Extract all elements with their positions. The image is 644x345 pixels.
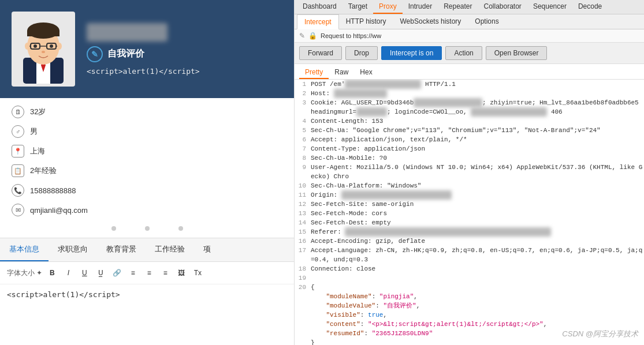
tab-basic-info[interactable]: 基本信息 [0,238,49,261]
code-line-8: 8 Sec-Ch-Ua-Mobile: ?0 [295,153,644,163]
code-line-6: 6 Accept: application/json, text/plain, … [295,135,644,144]
open-browser-button[interactable]: Open Browser [486,46,548,60]
self-eval-section: ✎ 自我评价 [87,46,282,62]
tab-options[interactable]: Options [468,14,505,29]
code-line-3b: headingmurl= ; loginCode=CWOl__oo, 406 [295,107,644,117]
age-icon: 🗓 [12,106,24,118]
phone-icon: 📞 [12,184,24,197]
url-blurred [381,32,452,39]
svg-point-15 [57,43,62,50]
code-line-12: 12 Sec-Fetch-Site: same-origin [295,200,644,209]
view-tab-hex[interactable]: Hex [354,66,378,79]
tab-websockets-history[interactable]: WebSockets history [393,14,468,29]
menu-repeater[interactable]: Repeater [438,0,478,14]
code-line-json-1: "moduleName": "pingjia", [295,292,644,301]
xss-script-display: <script>alert(1)</script> [87,67,282,76]
menu-intruder[interactable]: Intruder [403,0,438,14]
pencil-icon: ✎ [299,32,305,40]
menu-collaborator[interactable]: Collaborator [478,0,527,14]
phone-value: 15888888888 [30,186,76,195]
image-button[interactable]: 🖼 [175,267,188,279]
view-tab-raw[interactable]: Raw [329,66,354,79]
code-line-14: 14 Sec-Fetch-Dest: empty [295,218,644,227]
code-line-11: 11 Origin: [295,190,644,200]
code-line-10: 10 Sec-Ch-Ua-Platform: "Windows" [295,181,644,190]
age-value: 32岁 [30,107,46,117]
view-tabs: Pretty Raw Hex [295,64,644,80]
menu-proxy[interactable]: Proxy [373,0,403,14]
code-line-json-2: "moduleValue": "自我评价", [295,301,644,310]
menu-dashboard[interactable]: Dashboard [297,0,343,14]
code-line-17: 17 Accept-Language: zh-CN, zh-HK;q=0.9, … [295,246,644,264]
avatar [12,12,75,87]
underline-a-button[interactable]: U̲ [94,267,107,279]
tab-intercept[interactable]: Intercept [297,14,339,29]
experience-value: 2年经验 [30,166,57,176]
scroll-dot-3 [178,226,183,231]
experience-icon: 📋 [12,164,24,177]
forward-button[interactable]: Forward [299,46,342,60]
svg-point-14 [25,43,29,50]
svg-point-12 [50,44,53,48]
align-left-button[interactable]: ≡ [126,267,139,279]
bold-button[interactable]: B [46,267,58,279]
editor-toolbar: 字体大小 ✦ B I U U̲ 🔗 ≡ ≡ ≡ 🖼 Tx [0,262,294,284]
tab-job-intention[interactable]: 求职意向 [49,238,97,261]
editor-content-area[interactable]: <script>alert(1)</script> [0,284,294,313]
italic-button[interactable]: I [62,267,75,279]
view-tab-pretty[interactable]: Pretty [299,66,329,79]
font-size-label: 字体大小 ✦ [7,268,42,278]
code-line-5: 5 Sec-Ch-Ua: "Google Chrome";v="113", "C… [295,126,644,135]
tab-education[interactable]: 教育背景 [97,238,146,261]
detail-gender: ♂ 男 [12,123,282,140]
email-icon: ✉ [12,204,24,216]
location-value: 上海 [30,146,45,156]
tab-more[interactable]: 项 [194,238,220,261]
burp-menu-bar: Dashboard Target Proxy Intruder Repeater… [295,0,644,14]
menu-decode[interactable]: Decode [572,0,608,14]
code-line-19: 19 [295,273,644,283]
underline-button[interactable]: U [78,267,91,279]
name-blur [87,23,167,42]
detail-email: ✉ qmjianli@qq.com [12,202,282,218]
scroll-dot-1 [111,226,116,231]
location-icon: 📍 [12,145,24,158]
watermark: CSDN @阿宝分享技术 [562,329,638,339]
clear-format-button[interactable]: Tx [191,267,204,279]
align-right-button[interactable]: ≡ [159,267,172,279]
detail-experience: 📋 2年经验 [12,163,282,179]
align-center-button[interactable]: ≡ [143,267,155,279]
svg-point-13 [42,51,45,53]
action-bar: Forward Drop Intercept is on Action Open… [295,43,644,64]
detail-phone: 📞 15888888888 [12,182,282,198]
menu-sequencer[interactable]: Sequencer [527,0,572,14]
menu-target[interactable]: Target [343,0,373,14]
svg-rect-5 [27,31,59,36]
link-button[interactable]: 🔗 [110,267,123,279]
code-line-13: 13 Sec-Fetch-Mode: cors [295,209,644,218]
code-line-4: 4 Content-Length: 153 [295,117,644,126]
gender-icon: ♂ [12,125,24,138]
burp-proxy-tabs: Intercept HTTP history WebSockets histor… [295,14,644,29]
scroll-dot-2 [145,226,150,231]
drop-button[interactable]: Drop [345,46,378,60]
code-line-json-4: "content": "<p>&lt;script&gt;alert(1)&lt… [295,320,644,329]
action-button[interactable]: Action [445,46,482,60]
left-panel: ✎ 自我评价 <script>alert(1)</script> 🗓 32岁 ♂… [0,0,295,345]
lock-icon: 🔒 [308,32,317,40]
burp-suite-panel: Dashboard Target Proxy Intruder Repeater… [295,0,644,345]
request-code-area[interactable]: 1 POST /em' HTTP/1.1 2 Host: 3 Cookie: A… [295,80,644,345]
self-eval-label: 自我评价 [107,48,144,60]
request-bar: ✎ 🔒 Request to https://ww [295,29,644,43]
tab-work-experience[interactable]: 工作经验 [146,238,194,261]
code-line-16: 16 Accept-Encoding: gzip, deflate [295,237,644,246]
profile-info: ✎ 自我评价 <script>alert(1)</script> [87,23,282,76]
profile-details: 🗓 32岁 ♂ 男 📍 上海 📋 2年经验 📞 15888888888 ✉ qm… [0,98,294,224]
code-line-9: 9 User-Agent: Mozilla/5.0 (Windows NT 10… [295,163,644,181]
code-line-json-3: "visible": true, [295,310,644,320]
email-value: qmjianli@qq.com [30,206,88,215]
code-line-18: 18 Connection: close [295,264,644,273]
intercept-is-on-button[interactable]: Intercept is on [381,46,442,60]
tab-http-history[interactable]: HTTP history [339,14,393,29]
gender-value: 男 [30,126,38,137]
